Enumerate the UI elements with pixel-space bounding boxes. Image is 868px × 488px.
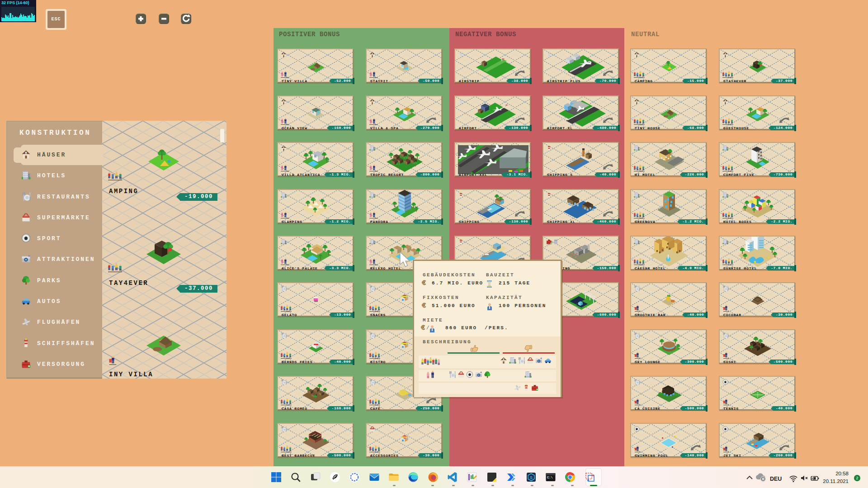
svg-text:DEU: DEU [770,476,782,482]
svg-text:C:\: C:\ [547,476,553,479]
svg-text:S: S [530,475,533,480]
